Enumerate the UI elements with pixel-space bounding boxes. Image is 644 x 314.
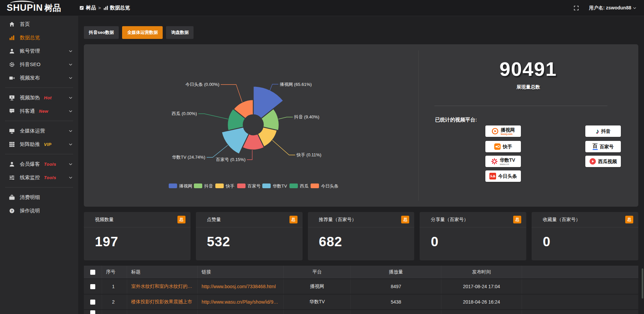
sidebar-divider (5, 88, 73, 88)
select-all-checkbox[interactable] (90, 270, 95, 275)
sidebar-item-矩阵助推[interactable]: 矩阵助推VIP (0, 138, 78, 151)
row-checkbox[interactable] (90, 310, 95, 314)
legend-item-华数TV[interactable]: 华数TV (262, 184, 287, 189)
grid-icon (9, 142, 15, 147)
stat-card-value: 532 (196, 227, 303, 249)
platform-badge-百家号: 百百家号 (585, 141, 621, 152)
sidebar-item-消费明细[interactable]: 消费明细 (0, 191, 78, 204)
row-checkbox[interactable] (90, 300, 95, 305)
tab-询盘数据[interactable]: 询盘数据 (166, 26, 194, 39)
video-camera-icon (9, 75, 15, 81)
col-header-序号: 序号 (102, 266, 127, 278)
legend-item-抖音[interactable]: 抖音 (194, 184, 213, 189)
gear-icon (9, 62, 15, 67)
col-header-播放量: 播放量 (351, 266, 441, 278)
sidebar-item-label: 线索监控 (20, 174, 40, 181)
col-header-标题: 标题 (127, 266, 197, 278)
chevron-down-icon (68, 62, 73, 67)
sidebar-item-全媒体运营[interactable]: 全媒体运营 (0, 124, 78, 138)
breadcrumb: 树品 > 数据总览 (79, 5, 130, 11)
legend-item-播视网[interactable]: 播视网 (169, 184, 192, 189)
sidebar-item-抖客通[interactable]: 抖客通New (0, 104, 78, 118)
sidebar-item-首页[interactable]: 首页 (0, 17, 78, 31)
sidebar-item-label: 视频发布 (20, 75, 40, 81)
platform-name: 快手 (503, 144, 512, 149)
sidebar-divider (5, 154, 73, 154)
chevron-down-icon (68, 109, 73, 113)
breadcrumb-current[interactable]: 数据总览 (103, 5, 130, 11)
svg-text:播视网: 播视网 (179, 184, 192, 189)
stat-card-title: 收藏量（百家号） (543, 217, 580, 223)
stat-card-title: 推荐量（百家号） (319, 217, 357, 223)
legend-item-百家号[interactable]: 百家号 (237, 184, 261, 189)
legend-item-快手[interactable]: 快手 (215, 184, 234, 189)
chevron-down-icon (68, 49, 73, 53)
sidebar-item-label: 首页 (20, 21, 30, 28)
video-url-link[interactable]: http://www.wasu.cn/Play/show/id/952... (202, 299, 279, 305)
chevron-down-icon (68, 96, 73, 100)
video-title-link[interactable]: 室外水纹灯和室内水纹灯的区别和简介 (131, 283, 193, 290)
user-star-icon (9, 161, 15, 167)
total-badge: 总 (177, 216, 185, 223)
fullscreen-icon[interactable] (574, 5, 579, 11)
svg-text:快手: 快手 (225, 184, 234, 189)
top-bar: SHUPIN 树品 树品 > 数据总览 用户名: zswodun88 (0, 0, 644, 16)
chevron-down-icon (68, 142, 73, 147)
sidebar-badge-VIP: VIP (44, 142, 51, 147)
row-checkbox[interactable] (90, 284, 95, 289)
stat-card-value: 197 (84, 227, 191, 249)
platform-name: 百家号 (600, 144, 614, 149)
label-line-百家号 (247, 150, 252, 160)
home-icon (9, 21, 15, 27)
sidebar-badge-Tools: Tools (44, 175, 56, 180)
tab-抖音seo数据[interactable]: 抖音seo数据 (84, 26, 119, 39)
sidebar-item-抖音SEO[interactable]: 抖音SEO (0, 58, 78, 71)
platform-name: 华数TV (500, 158, 515, 162)
sidebar-item-视频发布[interactable]: 视频发布 (0, 71, 78, 85)
sidebar-item-label: 操作说明 (20, 208, 40, 214)
chevron-down-icon (68, 175, 73, 180)
svg-text:?: ? (11, 209, 13, 212)
sidebar-item-线索监控[interactable]: 线索监控Tools (0, 171, 78, 184)
cell-index: 2 (102, 295, 127, 309)
videos-table: 序号 标题 链接 平台 播放量 发布时间 1 室外水纹灯和室内水纹灯的区别和简介… (84, 266, 638, 314)
video-url-link[interactable]: http://www.boosj.com/7338468.html (202, 284, 276, 289)
table-row-partial (84, 310, 638, 314)
platform-name: 今日头条 (498, 174, 517, 178)
app-logo[interactable]: SHUPIN 树品 (0, 2, 78, 13)
scrollbar-thumb[interactable] (642, 268, 643, 299)
sidebar-badge-Tools: Tools (44, 162, 56, 167)
sidebar-item-数据总览[interactable]: 数据总览 (0, 31, 78, 44)
label-line-今日头条 (221, 85, 242, 102)
user-menu[interactable]: 用户名: zswodun88 (589, 5, 637, 11)
stat-card-分享量（百家号）: 分享量（百家号） 总 0 (420, 212, 526, 260)
wallet-icon (9, 195, 15, 200)
legend-item-今日头条[interactable]: 今日头条 (311, 184, 338, 189)
sidebar-item-label: 会员爆客 (20, 161, 40, 167)
sidebar-item-操作说明[interactable]: ?操作说明 (0, 204, 78, 217)
stat-card-title: 分享量（百家号） (431, 217, 468, 223)
sidebar-item-账号管理[interactable]: 账号管理 (0, 44, 78, 58)
cell-views: 8497 (351, 279, 441, 294)
baijiahao-icon: 百 (593, 143, 598, 150)
video-title-link[interactable]: 楼体投影灯投影效果震撼上市 (131, 299, 192, 305)
table-row: 1 室外水纹灯和室内水纹灯的区别和简介 http://www.boosj.com… (84, 279, 638, 295)
pie-label-西瓜: 西瓜 (0.00%) (172, 111, 197, 116)
platform-name: 西瓜视频 (598, 159, 617, 164)
sliders-icon (9, 175, 15, 180)
sidebar-item-视频加热[interactable]: 视频加热Hot (0, 91, 78, 104)
chevron-down-icon (68, 129, 73, 133)
快手-logo-icon (494, 143, 501, 150)
tab-全媒体运营数据[interactable]: 全媒体运营数据 (122, 26, 163, 39)
label-line-快手 (272, 140, 295, 155)
label-line-抖音 (278, 117, 293, 119)
sidebar-item-label: 矩阵助推 (20, 141, 40, 148)
sidebar-item-会员爆客[interactable]: 会员爆客Tools (0, 157, 78, 171)
cell-views: 5438 (351, 295, 441, 309)
legend-item-西瓜[interactable]: 西瓜 (289, 184, 309, 189)
breadcrumb-home[interactable]: 树品 (79, 5, 96, 11)
platform-sub: boosj.com (501, 133, 513, 135)
user-area: 用户名: zswodun88 (574, 5, 644, 11)
cell-platform: 华数TV (283, 295, 351, 309)
summary-zone: 90491 展现量总数 已统计的视频平台: 播视网boosj.com♪抖音快手百… (418, 44, 638, 207)
